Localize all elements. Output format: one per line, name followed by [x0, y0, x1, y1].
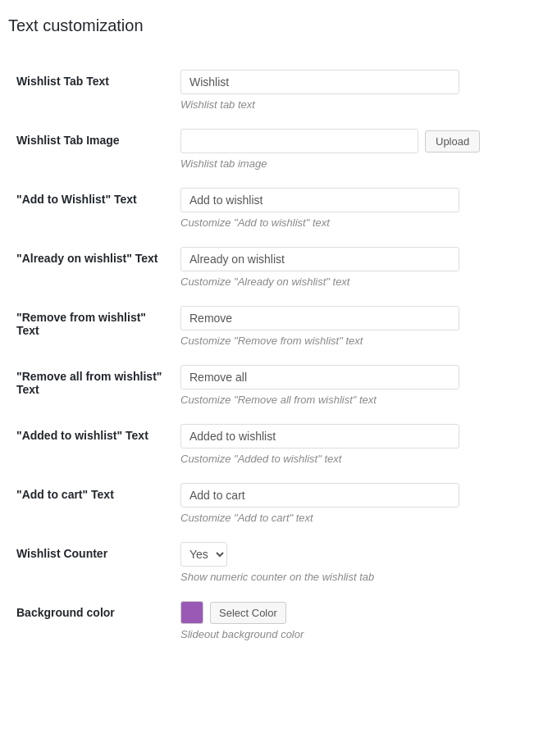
wishlist-counter-help: Show numeric counter on the wishlist tab	[180, 571, 532, 583]
add-to-cart-help: Customize "Add to cart" text	[180, 512, 532, 524]
already-on-wishlist-help: Customize "Already on wishlist" text	[180, 276, 532, 288]
form-table: Wishlist Tab Text Wishlist tab text Wish…	[8, 61, 541, 650]
field-input-cell-added-to-wishlist: Customize "Added to wishlist" text	[172, 416, 541, 475]
table-row: "Already on wishlist" Text Customize "Al…	[8, 239, 541, 298]
field-label-added-to-wishlist: "Added to wishlist" Text	[8, 416, 172, 475]
field-label-add-to-wishlist: "Add to Wishlist" Text	[8, 180, 172, 239]
table-row: "Added to wishlist" Text Customize "Adde…	[8, 416, 541, 475]
remove-all-from-wishlist-input[interactable]	[180, 365, 459, 389]
field-label-wishlist-tab-image: Wishlist Tab Image	[8, 121, 172, 180]
remove-all-from-wishlist-help: Customize "Remove all from wishlist" tex…	[180, 394, 532, 406]
color-row: Select Color	[180, 601, 532, 624]
wishlist-tab-text-input[interactable]	[180, 70, 459, 94]
field-label-remove-from-wishlist: "Remove from wishlist" Text	[8, 298, 172, 357]
remove-from-wishlist-help: Customize "Remove from wishlist" text	[180, 335, 532, 347]
wishlist-tab-image-input[interactable]	[180, 129, 418, 153]
wishlist-counter-select[interactable]: Yes No	[180, 542, 227, 567]
table-row: Wishlist Tab Image Upload Wishlist tab i…	[8, 121, 541, 180]
table-row: "Remove all from wishlist" Text Customiz…	[8, 357, 541, 416]
select-color-button[interactable]: Select Color	[210, 602, 286, 624]
field-input-cell-wishlist-tab-image: Upload Wishlist tab image	[172, 121, 541, 180]
add-to-cart-input[interactable]	[180, 483, 459, 508]
upload-row: Upload	[180, 129, 532, 153]
field-label-background-color: Background color	[8, 593, 172, 650]
field-input-cell-add-to-cart: Customize "Add to cart" text	[172, 475, 541, 534]
field-label-wishlist-tab-text: Wishlist Tab Text	[8, 61, 172, 121]
field-input-cell-already-on-wishlist: Customize "Already on wishlist" text	[172, 239, 541, 298]
table-row: "Remove from wishlist" Text Customize "R…	[8, 298, 541, 357]
field-input-cell-wishlist-counter: Yes No Show numeric counter on the wishl…	[172, 534, 541, 593]
upload-button[interactable]: Upload	[425, 130, 480, 153]
field-label-wishlist-counter: Wishlist Counter	[8, 534, 172, 593]
wishlist-tab-text-help: Wishlist tab text	[180, 98, 532, 111]
background-color-help: Slideout background color	[180, 628, 532, 640]
field-label-remove-all-from-wishlist: "Remove all from wishlist" Text	[8, 357, 172, 416]
add-to-wishlist-input[interactable]	[180, 188, 459, 212]
page-title: Text customization	[8, 16, 541, 42]
already-on-wishlist-input[interactable]	[180, 247, 459, 271]
field-label-already-on-wishlist: "Already on wishlist" Text	[8, 239, 172, 298]
remove-from-wishlist-input[interactable]	[180, 306, 459, 330]
field-input-cell-background-color: Select Color Slideout background color	[172, 593, 541, 650]
wishlist-tab-image-help: Wishlist tab image	[180, 157, 532, 170]
field-input-cell-remove-from-wishlist: Customize "Remove from wishlist" text	[172, 298, 541, 357]
table-row: Wishlist Counter Yes No Show numeric cou…	[8, 534, 541, 593]
field-input-cell-add-to-wishlist: Customize "Add to wishlist" text	[172, 180, 541, 239]
color-swatch[interactable]	[180, 601, 203, 624]
field-input-cell-wishlist-tab-text: Wishlist tab text	[172, 61, 541, 121]
table-row: "Add to cart" Text Customize "Add to car…	[8, 475, 541, 534]
field-label-add-to-cart: "Add to cart" Text	[8, 475, 172, 534]
field-input-cell-remove-all-from-wishlist: Customize "Remove all from wishlist" tex…	[172, 357, 541, 416]
table-row: "Add to Wishlist" Text Customize "Add to…	[8, 180, 541, 239]
table-row: Wishlist Tab Text Wishlist tab text	[8, 61, 541, 121]
added-to-wishlist-help: Customize "Added to wishlist" text	[180, 453, 532, 465]
table-row: Background color Select Color Slideout b…	[8, 593, 541, 650]
add-to-wishlist-help: Customize "Add to wishlist" text	[180, 216, 532, 229]
added-to-wishlist-input[interactable]	[180, 424, 459, 449]
